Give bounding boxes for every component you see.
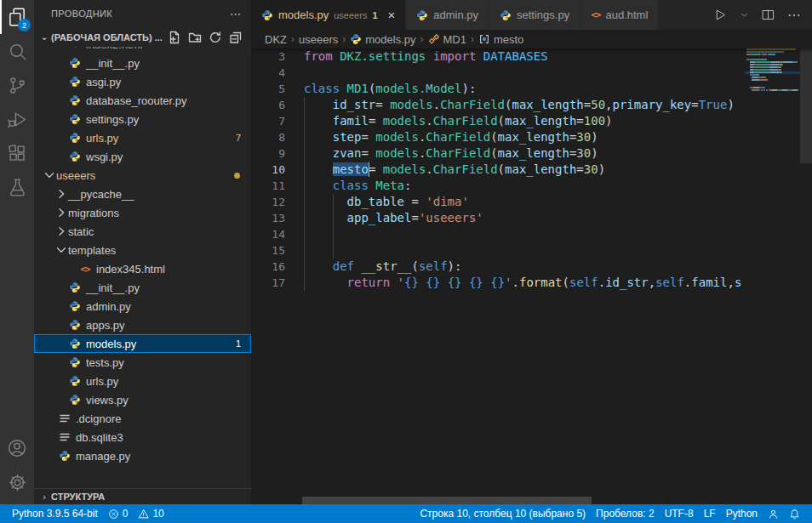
tree-item-static[interactable]: static: [34, 222, 251, 241]
activity-item-testing[interactable]: [0, 170, 34, 204]
activity-item-explorer[interactable]: 2: [0, 0, 34, 34]
tree-item-tests-py[interactable]: tests.py: [34, 353, 251, 372]
tree-item-manage-py[interactable]: manage.py: [34, 446, 251, 465]
python-icon: [68, 374, 82, 388]
tab-models-py[interactable]: models.pyuseeers1×: [251, 0, 406, 30]
tree-item-label: templates: [68, 244, 116, 257]
line-number[interactable]: 12: [251, 194, 304, 210]
line-number[interactable]: 7: [251, 113, 304, 129]
python-icon: [416, 9, 428, 21]
line-number[interactable]: 14: [251, 226, 304, 242]
split-editor-icon[interactable]: [761, 8, 775, 22]
line-number[interactable]: 9: [251, 145, 304, 162]
activity-item-settings-gear[interactable]: [0, 465, 34, 499]
code-line-6[interactable]: 6 id_str= models.CharField(max_length=50…: [251, 97, 745, 113]
code-line-12[interactable]: 12 db_table = 'dima': [251, 194, 745, 210]
code-line-14[interactable]: 14: [251, 226, 745, 242]
tree-item-models-py[interactable]: models.py1: [34, 334, 251, 353]
tree-item-pycache[interactable]: __pycache__: [34, 185, 251, 203]
code-line-15[interactable]: 15: [251, 242, 745, 259]
code-line-8[interactable]: 8 step= models.CharField(max_length=30): [251, 129, 745, 145]
breadcrumb-item-md1[interactable]: MD1: [428, 33, 466, 46]
activity-item-account[interactable]: [0, 431, 34, 465]
activity-item-run-debug[interactable]: [0, 102, 34, 136]
tab-settings-py[interactable]: settings.py: [489, 0, 580, 30]
code-line-16[interactable]: 16 def __str__(self):: [251, 259, 745, 275]
line-number[interactable]: 17: [251, 275, 304, 291]
tab-admin-py[interactable]: admin.py: [406, 0, 489, 30]
breadcrumb-item-dkz[interactable]: DKZ: [265, 33, 287, 46]
tab-aud-html[interactable]: <>aud.html: [580, 0, 659, 30]
breadcrumb-item-mesto[interactable]: mesto: [478, 33, 523, 46]
tree-item-views-py[interactable]: views.py: [34, 390, 251, 409]
refresh-icon[interactable]: [209, 31, 222, 44]
tree-item-init-py[interactable]: __init__.py: [34, 278, 251, 297]
tree-item-init-py[interactable]: __init__.py: [34, 54, 251, 72]
line-number[interactable]: 15: [251, 242, 304, 259]
tree-item-db-sqlite3[interactable]: db.sqlite3: [34, 428, 251, 446]
status-notifications[interactable]: [784, 504, 805, 523]
new-folder-icon[interactable]: [188, 31, 202, 44]
tree-item-useeers[interactable]: useeers: [34, 166, 251, 185]
code-line-11[interactable]: 11 class Meta:: [251, 178, 745, 194]
code-line-10[interactable]: 10 mesto= models.CharField(max_length=30…: [251, 162, 745, 178]
code-area[interactable]: 3from DKZ.settings import DATABASES45cla…: [251, 48, 745, 479]
new-file-icon[interactable]: [168, 31, 181, 44]
code-line-13[interactable]: 13 app_label='useeers': [251, 210, 745, 226]
run-dropdown-icon[interactable]: [739, 9, 750, 20]
status-python-interpreter[interactable]: Python 3.9.5 64-bit: [7, 504, 103, 523]
more-actions-icon[interactable]: ⋯: [230, 8, 241, 20]
tree-item-apps-py[interactable]: apps.py: [34, 316, 251, 334]
status-indentation[interactable]: Пробелов: 2: [591, 504, 660, 523]
line-number[interactable]: 8: [251, 129, 304, 145]
tree-item-urls-py[interactable]: urls.py7: [34, 128, 251, 147]
line-number[interactable]: 10: [251, 162, 304, 178]
tree-item-migrations[interactable]: migrations: [34, 203, 251, 222]
code-line-3[interactable]: 3from DKZ.settings import DATABASES: [251, 48, 745, 65]
line-number[interactable]: 3: [251, 48, 304, 65]
status-feedback[interactable]: [763, 504, 784, 523]
workspace-section-header[interactable]: ⌄ (РАБОЧАЯ ОБЛАСТЬ) ...: [34, 27, 251, 47]
breadcrumb-item-useeers[interactable]: useeers: [299, 33, 338, 46]
tree-item-admin-py[interactable]: admin.py: [34, 297, 251, 316]
code-line-5[interactable]: 5class MD1(models.Model):: [251, 81, 745, 97]
tree-item-label: database_roouter.py: [86, 94, 187, 107]
tree-item-urls-py[interactable]: urls.py: [34, 372, 251, 390]
status-cursor-position[interactable]: Строка 10, столбец 10 (выбрано 5): [415, 504, 591, 523]
chevron-down-icon: [54, 243, 68, 257]
line-number[interactable]: 5: [251, 81, 304, 97]
horizontal-scrollbar[interactable]: [302, 497, 592, 504]
activity-item-source-control[interactable]: [0, 68, 34, 102]
tree-item-settings-py[interactable]: settings.py: [34, 110, 251, 128]
breadcrumb-item-models-py[interactable]: models.py: [350, 33, 415, 46]
code-line-17[interactable]: 17 return '{} {} {} {} {}'.format(self.i…: [251, 275, 745, 291]
code-line-7[interactable]: 7 famil= models.CharField(max_length=100…: [251, 113, 745, 129]
tree-item-templates[interactable]: templates: [34, 241, 251, 259]
tree-item-wsgi-py[interactable]: wsgi.py: [34, 147, 251, 166]
outline-section-header[interactable]: › СТРУКТУРА: [34, 488, 251, 504]
run-icon[interactable]: [713, 8, 728, 22]
activity-item-extensions[interactable]: [0, 136, 34, 170]
tree-item-dcignore[interactable]: .dcignore: [34, 409, 251, 428]
line-number[interactable]: 13: [251, 210, 304, 226]
line-number[interactable]: 4: [251, 65, 304, 81]
line-number[interactable]: 16: [251, 259, 304, 275]
line-number[interactable]: 6: [251, 97, 304, 113]
tree-item-database-roouter-py[interactable]: database_roouter.py: [34, 91, 251, 110]
status-encoding[interactable]: UTF-8: [660, 504, 699, 523]
code-line-4[interactable]: 4: [251, 65, 745, 81]
more-icon[interactable]: [786, 8, 802, 23]
status-eol[interactable]: LF: [699, 504, 721, 523]
vertical-scrollbar[interactable]: [800, 48, 812, 163]
status-problems[interactable]: 010: [103, 504, 169, 523]
minimap[interactable]: [745, 48, 800, 479]
code-line-9[interactable]: 9 zvan= models.CharField(max_length=30): [251, 145, 745, 162]
tree-item-index345-html[interactable]: <>index345.html: [34, 259, 251, 278]
status-language-mode[interactable]: Python: [721, 504, 763, 523]
tree-item-asgi-py[interactable]: asgi.py: [34, 72, 251, 91]
close-icon[interactable]: ×: [388, 9, 396, 21]
line-number[interactable]: 11: [251, 178, 304, 194]
collapse-all-icon[interactable]: [229, 31, 243, 44]
tree-item-index2-html[interactable]: <>index2.html: [34, 47, 251, 54]
activity-item-search[interactable]: [0, 34, 34, 68]
